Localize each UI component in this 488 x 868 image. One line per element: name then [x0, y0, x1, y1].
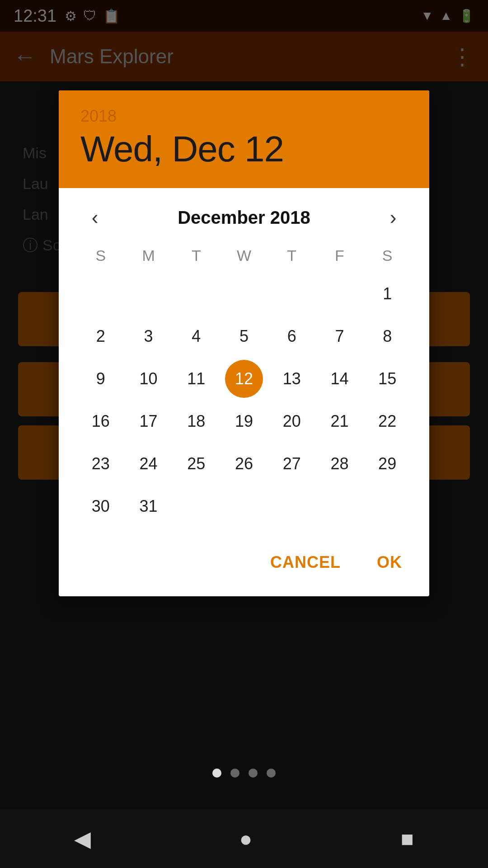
cal-empty	[172, 486, 220, 527]
calendar-day-19[interactable]: 19	[225, 402, 263, 440]
calendar-day-18[interactable]: 18	[177, 402, 215, 440]
dialog-overlay: 2018 Wed, Dec 12 ‹ December 2018 › S M T…	[0, 0, 488, 868]
calendar-day-31[interactable]: 31	[130, 487, 168, 525]
calendar-day-10[interactable]: 10	[130, 360, 168, 398]
dialog-date: Wed, Dec 12	[80, 128, 408, 170]
calendar-day-23[interactable]: 23	[82, 445, 120, 483]
page-dots	[0, 769, 488, 778]
dow-wed: W	[220, 242, 268, 269]
dow-fri: F	[316, 242, 364, 269]
cal-empty	[77, 274, 125, 314]
calendar-day-7[interactable]: 7	[320, 317, 358, 355]
cal-empty	[316, 486, 364, 527]
cal-empty	[363, 486, 411, 527]
calendar-day-27[interactable]: 27	[273, 445, 311, 483]
cal-empty	[172, 274, 220, 314]
cal-empty	[316, 274, 364, 314]
cal-empty	[220, 486, 268, 527]
month-nav: ‹ December 2018 ›	[77, 197, 411, 242]
calendar-day-1[interactable]: 1	[368, 275, 406, 313]
calendar-day-30[interactable]: 30	[82, 487, 120, 525]
dow-row: S M T W T F S	[77, 242, 411, 269]
dialog-actions: CANCEL OK	[59, 540, 429, 596]
calendar-day-2[interactable]: 2	[82, 317, 120, 355]
calendar-day-5[interactable]: 5	[225, 317, 263, 355]
calendar-day-22[interactable]: 22	[368, 402, 406, 440]
date-picker-dialog: 2018 Wed, Dec 12 ‹ December 2018 › S M T…	[59, 90, 429, 596]
cal-empty	[268, 274, 316, 314]
calendar-day-4[interactable]: 4	[177, 317, 215, 355]
calendar-day-20[interactable]: 20	[273, 402, 311, 440]
calendar-day-26[interactable]: 26	[225, 445, 263, 483]
calendar-day-8[interactable]: 8	[368, 317, 406, 355]
nav-back-button[interactable]: ◀	[74, 826, 91, 851]
calendar-body: ‹ December 2018 › S M T W T F S 12345678…	[59, 188, 429, 540]
cal-empty	[220, 274, 268, 314]
nav-bar: ◀ ● ■	[0, 809, 488, 868]
dot-3	[249, 769, 258, 778]
dow-thu: T	[268, 242, 316, 269]
calendar-day-12[interactable]: 12	[225, 360, 263, 398]
next-month-button[interactable]: ›	[380, 206, 407, 229]
dialog-year: 2018	[80, 107, 408, 126]
calendar-day-9[interactable]: 9	[82, 360, 120, 398]
dot-4	[267, 769, 276, 778]
nav-home-button[interactable]: ●	[239, 826, 252, 851]
dialog-header: 2018 Wed, Dec 12	[59, 90, 429, 188]
dot-1	[212, 769, 221, 778]
ok-button[interactable]: OK	[363, 545, 416, 580]
calendar-day-11[interactable]: 11	[177, 360, 215, 398]
calendar-day-24[interactable]: 24	[130, 445, 168, 483]
calendar-day-29[interactable]: 29	[368, 445, 406, 483]
calendar-grid: 1234567891011121314151617181920212223242…	[77, 274, 411, 527]
month-label: December 2018	[178, 208, 310, 228]
dow-sun: S	[77, 242, 125, 269]
cal-empty	[268, 486, 316, 527]
nav-recent-button[interactable]: ■	[401, 826, 414, 851]
dot-2	[230, 769, 239, 778]
calendar-day-6[interactable]: 6	[273, 317, 311, 355]
prev-month-button[interactable]: ‹	[81, 206, 108, 229]
calendar-day-13[interactable]: 13	[273, 360, 311, 398]
cal-empty	[125, 274, 173, 314]
dow-mon: M	[125, 242, 173, 269]
cancel-button[interactable]: CANCEL	[257, 545, 354, 580]
calendar-day-15[interactable]: 15	[368, 360, 406, 398]
dow-sat: S	[363, 242, 411, 269]
calendar-day-17[interactable]: 17	[130, 402, 168, 440]
calendar-day-14[interactable]: 14	[320, 360, 358, 398]
calendar-day-21[interactable]: 21	[320, 402, 358, 440]
dow-tue: T	[172, 242, 220, 269]
calendar-day-28[interactable]: 28	[320, 445, 358, 483]
calendar-day-16[interactable]: 16	[82, 402, 120, 440]
calendar-day-25[interactable]: 25	[177, 445, 215, 483]
calendar-day-3[interactable]: 3	[130, 317, 168, 355]
